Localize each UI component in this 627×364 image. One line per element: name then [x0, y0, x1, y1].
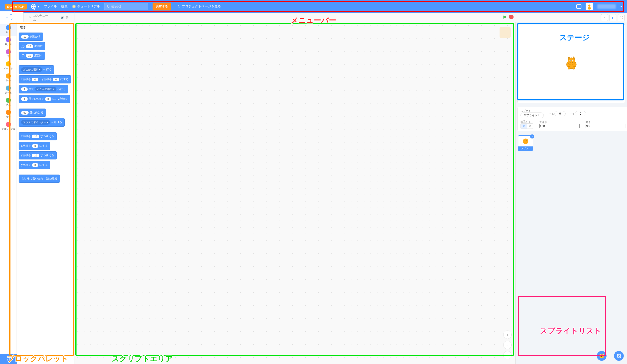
category-調べる[interactable]: 調べる	[0, 84, 16, 96]
zoom-in-button[interactable]: ＋	[503, 330, 512, 339]
green-flag-button[interactable]: ⚑	[502, 15, 507, 21]
tutorials-button[interactable]: チュートリアル	[72, 4, 100, 9]
tab-code-label: コード	[10, 13, 18, 22]
edit-menu[interactable]: 編集	[61, 4, 68, 9]
share-button[interactable]: 共有する	[153, 2, 171, 10]
block-dropdown[interactable]: どこかの場所 ▾	[21, 67, 42, 72]
main-area: 動き見た目音イベント制御調べる演算変数ブロック定義 動き 10歩動かす 15度回…	[0, 22, 627, 364]
scratch-cat-sprite[interactable]	[563, 55, 579, 72]
block-input[interactable]: 1	[21, 97, 28, 101]
block-point-direction[interactable]: 90度に向ける	[19, 109, 46, 117]
sprite-thumbnail	[519, 137, 532, 146]
caret-down-icon: ▼	[37, 5, 40, 8]
block-goto[interactable]: どこかの場所 ▾へ行く	[19, 65, 54, 74]
delete-sprite-button[interactable]: ✕	[530, 134, 534, 138]
size-input[interactable]	[539, 124, 579, 128]
category-label: 演算	[6, 103, 11, 106]
block-bounce-on-edge[interactable]: もし端に着いたら、跳ね返る	[19, 175, 60, 183]
sprite-name-input[interactable]	[521, 112, 544, 118]
block-text: x座標を	[21, 134, 31, 138]
block-change-y[interactable]: y座標を10ずつ変える	[19, 151, 57, 159]
block-glide-to[interactable]: 1秒でどこかの場所 ▾へ行く	[19, 85, 68, 93]
zoom-reset-button[interactable]: ＝	[503, 351, 512, 359]
block-input[interactable]: 0	[32, 144, 38, 148]
add-backdrop-button[interactable]: 🖼	[614, 351, 624, 361]
tab-code[interactable]: ⚏コード	[0, 11, 23, 24]
category-label: 見た目	[5, 43, 12, 46]
fullscreen-button[interactable]: ⛶	[618, 14, 625, 21]
block-input[interactable]: 15	[26, 45, 33, 48]
block-glide-xy[interactable]: 1秒でx座標を0に、y座標を	[19, 95, 70, 103]
category-見た目[interactable]: 見た目	[0, 36, 16, 48]
block-input[interactable]: 0	[32, 163, 38, 167]
block-dropdown[interactable]: マウスのポインター ▾	[21, 120, 50, 125]
y-input[interactable]	[575, 111, 586, 116]
visibility-toggle[interactable]: 👁⊘	[521, 123, 533, 129]
stage-view[interactable]	[518, 24, 625, 103]
category-変数[interactable]: 変数	[0, 108, 16, 120]
remix-icon: ↻	[178, 5, 180, 8]
tab-costumes-label: コスチューム	[33, 13, 49, 22]
category-イベント[interactable]: イベント	[0, 60, 16, 72]
username[interactable]	[597, 4, 616, 9]
block-palette: 動き見た目音イベント制御調べる演算変数ブロック定義 動き 10歩動かす 15度回…	[0, 22, 74, 364]
svg-point-11	[573, 66, 575, 70]
x-arrow-icon: ↔	[548, 112, 551, 115]
script-area[interactable]: ＋ － ＝	[74, 22, 515, 364]
category-音[interactable]: 音	[0, 48, 16, 60]
show-icon[interactable]: 👁	[521, 124, 527, 129]
file-menu[interactable]: ファイル	[44, 4, 57, 9]
block-turn-left[interactable]: 15度回す	[19, 52, 45, 60]
hide-icon[interactable]: ⊘	[527, 124, 533, 129]
folder-icon[interactable]	[576, 4, 581, 9]
project-page-button[interactable]: ↻プロジェクトページを見る	[175, 3, 223, 10]
category-演算[interactable]: 演算	[0, 96, 16, 108]
language-menu[interactable]: ▼	[31, 4, 40, 9]
category-制御[interactable]: 制御	[0, 72, 16, 84]
x-input[interactable]	[554, 111, 566, 116]
tab-sounds[interactable]: 🔊音	[55, 11, 74, 24]
block-input[interactable]: 1	[21, 88, 28, 91]
zoom-controls: ＋ － ＝	[503, 330, 512, 359]
extension-button[interactable]: ⇄	[0, 354, 17, 364]
project-title-input[interactable]	[104, 3, 148, 10]
block-turn-right[interactable]: 15度回す	[19, 42, 45, 50]
extension-icon: ⇄	[7, 357, 10, 362]
block-text: 度回す	[34, 44, 43, 48]
svg-marker-5	[573, 56, 575, 59]
block-set-x[interactable]: x座標を0にする	[19, 142, 50, 150]
block-text: ずつ変える	[40, 134, 54, 138]
tab-costumes[interactable]: ✎コスチューム	[23, 11, 55, 24]
stop-button[interactable]	[509, 15, 514, 19]
block-goto-xy[interactable]: x座標を0、y座標を0にする	[19, 75, 71, 84]
block-input[interactable]: 15	[26, 54, 33, 58]
block-input[interactable]: 10	[32, 154, 39, 157]
block-input[interactable]: 0	[32, 78, 38, 81]
add-sprite-button[interactable]: 🐱	[597, 351, 607, 361]
block-dropdown[interactable]: どこかの場所 ▾	[35, 87, 56, 91]
block-set-y[interactable]: y座標を0にする	[19, 161, 50, 169]
stage-large-button[interactable]: ◧	[609, 14, 616, 21]
stage-small-button[interactable]: ▫	[601, 14, 608, 21]
user-avatar[interactable]	[586, 3, 593, 10]
block-point-towards[interactable]: マウスのポインター ▾へ向ける	[19, 118, 65, 127]
sprite-tile[interactable]: ✕ スプラ...	[518, 135, 533, 151]
scratch-logo[interactable]: SCRATCH	[5, 4, 27, 9]
block-change-x[interactable]: x座標を10ずつ変える	[19, 132, 57, 140]
category-dot-icon	[6, 122, 11, 127]
block-move-steps[interactable]: 10歩動かす	[19, 33, 43, 41]
block-input[interactable]: 10	[21, 35, 29, 39]
block-input[interactable]: 90	[21, 111, 29, 115]
category-ブロック定義[interactable]: ブロック定義	[0, 120, 16, 133]
block-input[interactable]: 10	[32, 135, 39, 138]
block-text: へ向ける	[51, 120, 62, 124]
direction-input[interactable]	[586, 124, 626, 128]
svg-point-13	[524, 140, 525, 141]
zoom-out-button[interactable]: －	[503, 341, 512, 349]
block-input[interactable]: 0	[53, 78, 59, 81]
block-input[interactable]: 0	[45, 97, 52, 101]
brush-icon: ✎	[29, 16, 32, 19]
sprite-list: ✕ スプラ... 🐱 🖼	[516, 133, 627, 364]
category-dot-icon	[6, 98, 11, 103]
category-動き[interactable]: 動き	[0, 24, 16, 36]
